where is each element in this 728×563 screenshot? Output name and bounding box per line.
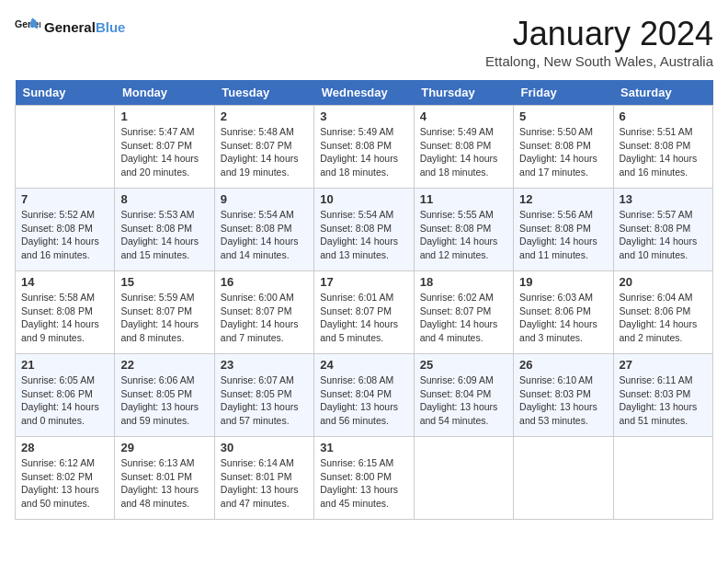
- day-number: 28: [21, 441, 108, 454]
- calendar-cell: 28Sunrise: 6:12 AM Sunset: 8:02 PM Dayli…: [16, 437, 115, 520]
- day-info: Sunrise: 6:10 AM Sunset: 8:03 PM Dayligh…: [519, 373, 607, 428]
- day-info: Sunrise: 6:12 AM Sunset: 8:02 PM Dayligh…: [21, 456, 108, 511]
- column-header-saturday: Saturday: [613, 80, 712, 106]
- day-number: 27: [620, 358, 707, 372]
- calendar-cell: 20Sunrise: 6:04 AM Sunset: 8:06 PM Dayli…: [613, 271, 712, 354]
- calendar-cell: 13Sunrise: 5:57 AM Sunset: 8:08 PM Dayli…: [613, 189, 712, 271]
- day-number: 31: [320, 441, 407, 454]
- day-info: Sunrise: 6:03 AM Sunset: 8:06 PM Dayligh…: [519, 291, 607, 345]
- day-info: Sunrise: 5:56 AM Sunset: 8:08 PM Dayligh…: [519, 208, 607, 262]
- calendar-cell: 24Sunrise: 6:08 AM Sunset: 8:04 PM Dayli…: [314, 354, 414, 437]
- calendar-week-row: 21Sunrise: 6:05 AM Sunset: 8:06 PM Dayli…: [16, 354, 713, 437]
- calendar-cell: 26Sunrise: 6:10 AM Sunset: 8:03 PM Dayli…: [514, 354, 613, 437]
- calendar-cell: 25Sunrise: 6:09 AM Sunset: 8:04 PM Dayli…: [414, 354, 513, 437]
- day-info: Sunrise: 6:01 AM Sunset: 8:07 PM Dayligh…: [320, 291, 407, 345]
- calendar-cell: 15Sunrise: 5:59 AM Sunset: 8:07 PM Dayli…: [115, 271, 214, 354]
- calendar-cell: 1Sunrise: 5:47 AM Sunset: 8:07 PM Daylig…: [115, 106, 214, 189]
- day-info: Sunrise: 6:02 AM Sunset: 8:07 PM Dayligh…: [420, 291, 507, 345]
- calendar-cell: [514, 437, 613, 520]
- day-info: Sunrise: 5:59 AM Sunset: 8:07 PM Dayligh…: [120, 291, 208, 345]
- day-number: 22: [120, 358, 208, 372]
- calendar-week-row: 7Sunrise: 5:52 AM Sunset: 8:08 PM Daylig…: [16, 189, 713, 271]
- title-block: January 2024 Ettalong, New South Wales, …: [485, 15, 713, 69]
- day-info: Sunrise: 5:52 AM Sunset: 8:08 PM Dayligh…: [21, 208, 108, 262]
- calendar-cell: 4Sunrise: 5:49 AM Sunset: 8:08 PM Daylig…: [414, 106, 513, 189]
- day-info: Sunrise: 6:09 AM Sunset: 8:04 PM Dayligh…: [420, 373, 507, 428]
- day-info: Sunrise: 5:50 AM Sunset: 8:08 PM Dayligh…: [519, 125, 607, 179]
- calendar-cell: 21Sunrise: 6:05 AM Sunset: 8:06 PM Dayli…: [16, 354, 115, 437]
- calendar-cell: [613, 437, 712, 520]
- calendar-cell: 27Sunrise: 6:11 AM Sunset: 8:03 PM Dayli…: [613, 354, 712, 437]
- calendar-cell: 2Sunrise: 5:48 AM Sunset: 8:07 PM Daylig…: [214, 106, 313, 189]
- day-info: Sunrise: 6:07 AM Sunset: 8:05 PM Dayligh…: [221, 373, 308, 428]
- day-info: Sunrise: 5:53 AM Sunset: 8:08 PM Dayligh…: [120, 208, 208, 262]
- day-number: 23: [221, 358, 308, 372]
- day-info: Sunrise: 5:49 AM Sunset: 8:08 PM Dayligh…: [320, 125, 407, 179]
- calendar-cell: 17Sunrise: 6:01 AM Sunset: 8:07 PM Dayli…: [314, 271, 414, 354]
- column-header-monday: Monday: [115, 80, 214, 106]
- column-header-thursday: Thursday: [414, 80, 513, 106]
- calendar-cell: 19Sunrise: 6:03 AM Sunset: 8:06 PM Dayli…: [514, 271, 613, 354]
- day-number: 14: [21, 275, 108, 289]
- day-number: 10: [320, 192, 407, 206]
- logo-general: General: [44, 19, 96, 35]
- day-info: Sunrise: 6:15 AM Sunset: 8:00 PM Dayligh…: [320, 456, 407, 511]
- day-number: 25: [420, 358, 507, 372]
- day-number: 5: [519, 109, 607, 123]
- calendar-cell: 8Sunrise: 5:53 AM Sunset: 8:08 PM Daylig…: [115, 189, 214, 271]
- day-info: Sunrise: 6:13 AM Sunset: 8:01 PM Dayligh…: [120, 456, 208, 511]
- calendar-table: SundayMondayTuesdayWednesdayThursdayFrid…: [15, 80, 713, 520]
- calendar-cell: 16Sunrise: 6:00 AM Sunset: 8:07 PM Dayli…: [214, 271, 313, 354]
- column-header-friday: Friday: [514, 80, 613, 106]
- calendar-cell: 22Sunrise: 6:06 AM Sunset: 8:05 PM Dayli…: [115, 354, 214, 437]
- month-title: January 2024: [485, 15, 713, 53]
- day-info: Sunrise: 5:55 AM Sunset: 8:08 PM Dayligh…: [420, 208, 507, 262]
- day-info: Sunrise: 6:00 AM Sunset: 8:07 PM Dayligh…: [221, 291, 308, 345]
- day-info: Sunrise: 6:11 AM Sunset: 8:03 PM Dayligh…: [620, 373, 707, 428]
- logo-blue: Blue: [96, 19, 126, 35]
- day-number: 4: [420, 109, 507, 123]
- day-number: 16: [221, 275, 308, 289]
- day-info: Sunrise: 6:08 AM Sunset: 8:04 PM Dayligh…: [320, 373, 407, 428]
- day-info: Sunrise: 6:06 AM Sunset: 8:05 PM Dayligh…: [120, 373, 208, 428]
- logo: General GeneralBlue: [15, 15, 125, 40]
- calendar-week-row: 14Sunrise: 5:58 AM Sunset: 8:08 PM Dayli…: [16, 271, 713, 354]
- day-number: 15: [120, 275, 208, 289]
- day-info: Sunrise: 5:49 AM Sunset: 8:08 PM Dayligh…: [420, 125, 507, 179]
- calendar-week-row: 28Sunrise: 6:12 AM Sunset: 8:02 PM Dayli…: [16, 437, 713, 520]
- day-number: 24: [320, 358, 407, 372]
- day-info: Sunrise: 5:54 AM Sunset: 8:08 PM Dayligh…: [221, 208, 308, 262]
- calendar-cell: 7Sunrise: 5:52 AM Sunset: 8:08 PM Daylig…: [16, 189, 115, 271]
- calendar-cell: [16, 106, 115, 189]
- calendar-cell: 12Sunrise: 5:56 AM Sunset: 8:08 PM Dayli…: [514, 189, 613, 271]
- calendar-cell: 23Sunrise: 6:07 AM Sunset: 8:05 PM Dayli…: [214, 354, 313, 437]
- day-number: 17: [320, 275, 407, 289]
- page-header: General GeneralBlue January 2024 Ettalon…: [15, 15, 713, 69]
- calendar-cell: 5Sunrise: 5:50 AM Sunset: 8:08 PM Daylig…: [514, 106, 613, 189]
- day-info: Sunrise: 5:48 AM Sunset: 8:07 PM Dayligh…: [221, 125, 308, 179]
- logo-icon: General: [15, 15, 40, 40]
- day-number: 19: [519, 275, 607, 289]
- day-info: Sunrise: 6:14 AM Sunset: 8:01 PM Dayligh…: [221, 456, 308, 511]
- calendar-cell: 31Sunrise: 6:15 AM Sunset: 8:00 PM Dayli…: [314, 437, 414, 520]
- day-info: Sunrise: 5:51 AM Sunset: 8:08 PM Dayligh…: [620, 125, 707, 179]
- calendar-header-row: SundayMondayTuesdayWednesdayThursdayFrid…: [16, 80, 713, 106]
- day-number: 30: [221, 441, 308, 454]
- day-number: 26: [519, 358, 607, 372]
- day-info: Sunrise: 5:47 AM Sunset: 8:07 PM Dayligh…: [120, 125, 208, 179]
- calendar-cell: 30Sunrise: 6:14 AM Sunset: 8:01 PM Dayli…: [214, 437, 313, 520]
- calendar-week-row: 1Sunrise: 5:47 AM Sunset: 8:07 PM Daylig…: [16, 106, 713, 189]
- day-number: 20: [620, 275, 707, 289]
- column-header-wednesday: Wednesday: [314, 80, 414, 106]
- day-number: 12: [519, 192, 607, 206]
- day-info: Sunrise: 5:58 AM Sunset: 8:08 PM Dayligh…: [21, 291, 108, 345]
- day-number: 18: [420, 275, 507, 289]
- day-info: Sunrise: 6:05 AM Sunset: 8:06 PM Dayligh…: [21, 373, 108, 428]
- calendar-cell: 3Sunrise: 5:49 AM Sunset: 8:08 PM Daylig…: [314, 106, 414, 189]
- day-number: 8: [120, 192, 208, 206]
- calendar-cell: 29Sunrise: 6:13 AM Sunset: 8:01 PM Dayli…: [115, 437, 214, 520]
- day-number: 13: [620, 192, 707, 206]
- day-number: 2: [221, 109, 308, 123]
- day-number: 1: [120, 109, 208, 123]
- day-number: 29: [120, 441, 208, 454]
